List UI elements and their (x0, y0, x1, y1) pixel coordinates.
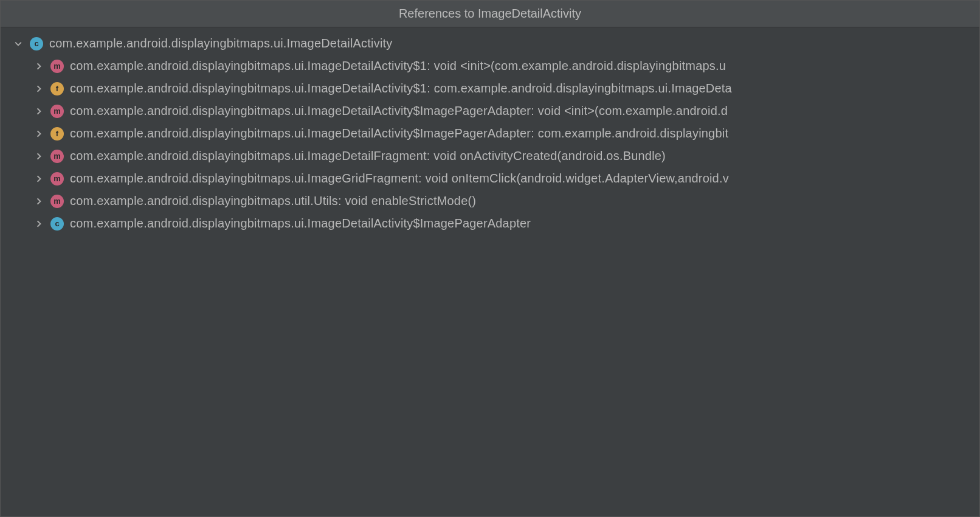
method-icon: m (50, 172, 64, 186)
method-icon: m (50, 105, 64, 118)
tree-child-row[interactable]: m com.example.android.displayingbitmaps.… (1, 190, 979, 212)
field-icon: f (50, 127, 64, 141)
tree-item-label: com.example.android.displayingbitmaps.ui… (70, 217, 531, 231)
chevron-right-icon[interactable] (33, 106, 44, 117)
tree-child-row[interactable]: m com.example.android.displayingbitmaps.… (1, 55, 979, 77)
tree-child-row[interactable]: m com.example.android.displayingbitmaps.… (1, 100, 979, 122)
chevron-right-icon[interactable] (33, 128, 44, 139)
tree-child-row[interactable]: f com.example.android.displayingbitmaps.… (1, 122, 979, 145)
method-icon: m (50, 60, 64, 73)
chevron-right-icon[interactable] (33, 151, 44, 162)
tree-item-label: com.example.android.displayingbitmaps.ui… (70, 82, 732, 95)
references-tree: c com.example.android.displayingbitmaps.… (1, 27, 979, 235)
tree-child-row[interactable]: c com.example.android.displayingbitmaps.… (1, 212, 979, 235)
field-icon: f (50, 82, 64, 95)
tree-item-label: com.example.android.displayingbitmaps.ui… (70, 104, 728, 118)
chevron-right-icon[interactable] (33, 218, 44, 229)
tree-child-row[interactable]: m com.example.android.displayingbitmaps.… (1, 167, 979, 190)
class-icon: c (50, 217, 64, 231)
class-icon: c (30, 37, 43, 50)
tree-item-label: com.example.android.displayingbitmaps.ui… (70, 172, 729, 186)
chevron-right-icon[interactable] (33, 196, 44, 207)
method-icon: m (50, 195, 64, 208)
tree-item-label: com.example.android.displayingbitmaps.ui… (70, 127, 728, 141)
tree-item-label: com.example.android.displayingbitmaps.ui… (70, 149, 666, 163)
chevron-right-icon[interactable] (33, 83, 44, 94)
panel-title-bar: References to ImageDetailActivity (1, 1, 979, 27)
tree-child-row[interactable]: f com.example.android.displayingbitmaps.… (1, 77, 979, 100)
tree-item-label: com.example.android.displayingbitmaps.ui… (49, 36, 392, 50)
tree-child-row[interactable]: m com.example.android.displayingbitmaps.… (1, 145, 979, 167)
chevron-right-icon[interactable] (33, 61, 44, 72)
method-icon: m (50, 150, 64, 163)
tree-root-row[interactable]: c com.example.android.displayingbitmaps.… (1, 32, 979, 55)
tree-item-label: com.example.android.displayingbitmaps.ui… (70, 59, 726, 73)
panel-title: References to ImageDetailActivity (399, 7, 581, 21)
tree-item-label: com.example.android.displayingbitmaps.ut… (70, 194, 476, 208)
chevron-right-icon[interactable] (33, 173, 44, 184)
chevron-down-icon[interactable] (13, 38, 24, 49)
